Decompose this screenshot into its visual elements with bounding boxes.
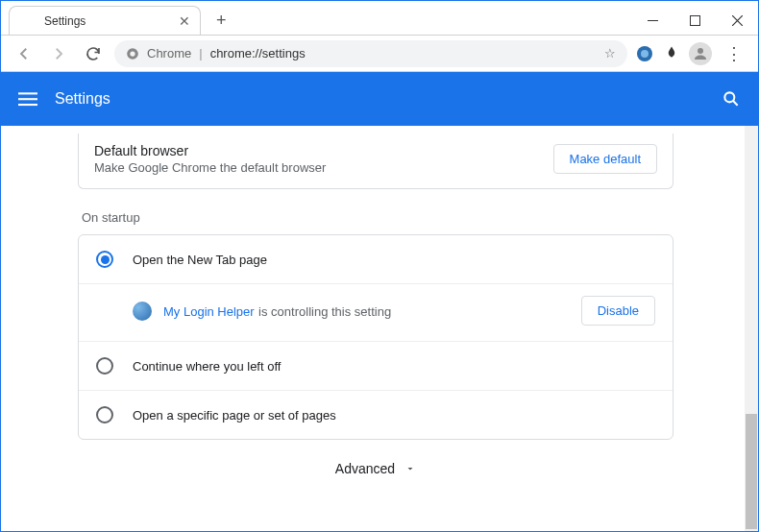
page-title: Settings: [55, 90, 110, 108]
svg-rect-0: [648, 20, 658, 21]
make-default-button[interactable]: Make default: [553, 144, 657, 174]
omnibox-separator: |: [199, 46, 202, 60]
search-icon[interactable]: [722, 89, 741, 109]
address-bar[interactable]: Chrome | chrome://settings ☆: [114, 40, 627, 67]
chevron-down-icon: [404, 463, 416, 474]
close-icon[interactable]: ✕: [179, 13, 190, 29]
browser-toolbar: Chrome | chrome://settings ☆ ⋮: [1, 36, 758, 72]
radio-icon: [96, 357, 113, 375]
svg-rect-1: [690, 15, 699, 25]
svg-rect-8: [18, 98, 37, 100]
settings-header: Settings: [1, 72, 758, 126]
extension-icon-1[interactable]: [635, 44, 654, 63]
advanced-toggle[interactable]: Advanced: [1, 440, 750, 497]
chrome-icon: [126, 47, 139, 60]
menu-button[interactable]: ⋮: [720, 43, 748, 64]
extension-badge-icon: [133, 302, 152, 321]
scrollbar-track[interactable]: [745, 126, 758, 532]
on-startup-label: On startup: [78, 210, 673, 225]
forward-button[interactable]: [45, 40, 72, 67]
default-browser-subtitle: Make Google Chrome the default browser: [94, 160, 326, 175]
startup-option-label: Open the New Tab page: [133, 253, 267, 267]
radio-selected-icon: [96, 251, 113, 268]
new-tab-button[interactable]: +: [208, 6, 234, 35]
extension-name-link[interactable]: My Login Helper: [163, 304, 255, 319]
maximize-button[interactable]: [673, 6, 716, 35]
window-close-button[interactable]: [716, 6, 758, 35]
minimize-button[interactable]: [631, 6, 673, 35]
omnibox-label: Chrome: [147, 46, 191, 60]
titlebar: Settings ✕ +: [1, 1, 758, 36]
startup-option-label: Open a specific page or set of pages: [133, 408, 336, 423]
back-button[interactable]: [11, 40, 37, 67]
bookmark-star-icon[interactable]: ☆: [604, 46, 616, 60]
gear-icon: [21, 13, 37, 29]
default-browser-card: Default browser Make Google Chrome the d…: [78, 133, 673, 189]
extension-icon-2[interactable]: [662, 44, 681, 63]
tab-title: Settings: [44, 14, 171, 28]
profile-avatar[interactable]: [689, 42, 712, 65]
startup-option-specific[interactable]: Open a specific page or set of pages: [79, 391, 673, 439]
scrollbar-thumb[interactable]: [746, 414, 757, 529]
settings-content: Default browser Make Google Chrome the d…: [1, 126, 758, 532]
radio-icon: [96, 406, 113, 423]
svg-rect-9: [18, 104, 37, 106]
disable-button[interactable]: Disable: [581, 296, 655, 326]
browser-tab[interactable]: Settings ✕: [9, 6, 201, 35]
extension-controlled-message: is controlling this setting: [258, 304, 391, 319]
omnibox-url: chrome://settings: [210, 46, 306, 60]
extension-controlled-notice: My Login Helper is controlling this sett…: [79, 284, 673, 342]
advanced-label: Advanced: [335, 461, 395, 476]
hamburger-icon[interactable]: [18, 89, 37, 109]
window-controls: [631, 6, 758, 35]
startup-card: Open the New Tab page My Login Helper is…: [78, 234, 673, 440]
svg-point-5: [641, 50, 649, 58]
default-browser-title: Default browser: [94, 143, 326, 158]
startup-option-new-tab[interactable]: Open the New Tab page: [79, 235, 673, 284]
startup-option-label: Continue where you left off: [133, 359, 281, 374]
svg-rect-7: [18, 92, 37, 94]
svg-point-10: [724, 92, 734, 102]
reload-button[interactable]: [80, 40, 107, 67]
startup-option-continue[interactable]: Continue where you left off: [79, 342, 673, 391]
svg-point-6: [698, 48, 703, 54]
svg-point-3: [130, 51, 135, 56]
